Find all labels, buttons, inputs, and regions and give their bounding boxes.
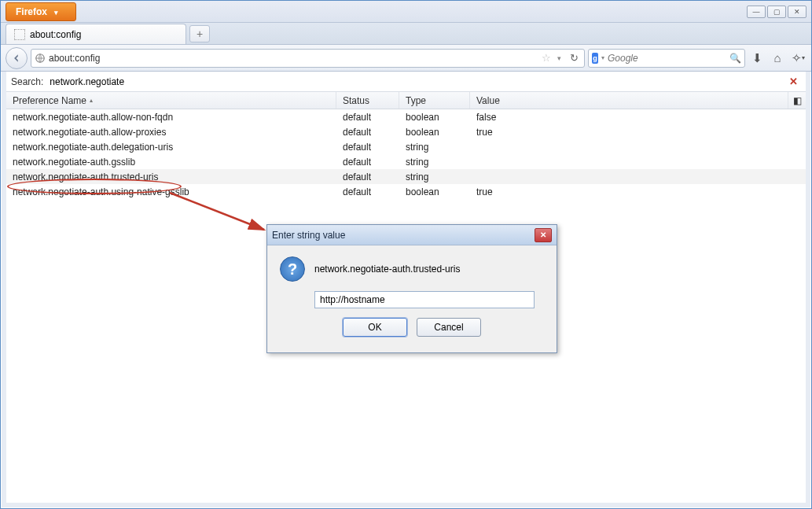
search-input[interactable] (608, 53, 726, 64)
table-row[interactable]: network.negotiate-auth.delegation-urisde… (6, 139, 806, 154)
sort-ascending-icon: ▴ (90, 97, 93, 104)
firefox-menu-label: Firefox (16, 6, 47, 17)
tab-title: about:config (30, 29, 81, 40)
column-header-name[interactable]: Preference Name▴ (6, 92, 336, 109)
enter-string-dialog: Enter string value ✕ ? network.negotiate… (266, 224, 557, 353)
cell-type: boolean (399, 109, 470, 124)
column-header-value[interactable]: Value (470, 92, 788, 109)
column-header-status[interactable]: Status (336, 92, 399, 109)
dialog-body: ? network.negotiate-auth.trusted-uris OK… (267, 245, 557, 352)
cell-pref-name: network.negotiate-auth.trusted-uris (6, 169, 336, 184)
table-row[interactable]: network.negotiate-auth.trusted-urisdefau… (6, 169, 806, 184)
tab-strip: about:config + (1, 23, 811, 45)
cell-pref-name: network.negotiate-auth.using-native-gssl… (6, 184, 336, 199)
new-tab-button[interactable]: + (189, 25, 210, 42)
cancel-button[interactable]: Cancel (417, 318, 481, 337)
config-table-body: network.negotiate-auth.allow-non-fqdndef… (6, 109, 806, 199)
url-bar[interactable]: about:config ☆ ▾ ↻ (31, 49, 585, 68)
search-box[interactable]: g ▾ 🔍 (588, 49, 745, 68)
bookmark-star-icon[interactable]: ☆ (542, 52, 551, 64)
window-controls: — ▢ ✕ (747, 6, 806, 18)
firefox-menu-button[interactable]: Firefox (6, 2, 76, 21)
cell-status: default (336, 109, 399, 124)
dialog-close-button[interactable]: ✕ (535, 228, 552, 242)
bookmarks-menu-icon[interactable]: ✧▾ (789, 50, 806, 67)
search-engine-icon[interactable]: g (592, 53, 598, 64)
cell-status: default (336, 154, 399, 169)
cell-pref-name: network.negotiate-auth.delegation-uris (6, 139, 336, 154)
browser-window: Firefox — ▢ ✕ about:config + about:confi… (0, 0, 812, 509)
cell-type: string (399, 154, 470, 169)
table-row[interactable]: network.negotiate-auth.gsslibdefaultstri… (6, 154, 806, 169)
dialog-pref-name: network.negotiate-auth.trusted-uris (314, 264, 460, 275)
ok-button[interactable]: OK (343, 318, 407, 337)
cell-pref-name: network.negotiate-auth.gsslib (6, 154, 336, 169)
table-row[interactable]: network.negotiate-auth.allow-non-fqdndef… (6, 109, 806, 124)
back-arrow-icon (11, 53, 22, 64)
url-text: about:config (49, 53, 538, 64)
cell-status: default (336, 169, 399, 184)
cell-status: default (336, 124, 399, 139)
column-picker-icon[interactable]: ◧ (788, 92, 806, 109)
minimize-button[interactable]: — (747, 6, 766, 18)
cell-type: string (399, 169, 470, 184)
config-table-header: Preference Name▴ Status Type Value ◧ (6, 92, 806, 109)
tab-about-config[interactable]: about:config (6, 24, 186, 44)
cell-value: true (470, 184, 806, 199)
clear-search-icon[interactable]: ✕ (786, 76, 801, 87)
cell-type: boolean (399, 184, 470, 199)
cell-value: true (470, 124, 806, 139)
close-window-button[interactable]: ✕ (788, 6, 806, 18)
search-engine-dropdown-icon[interactable]: ▾ (601, 54, 604, 61)
search-go-icon[interactable]: 🔍 (729, 53, 741, 64)
question-icon: ? (280, 256, 305, 282)
globe-icon (35, 53, 46, 64)
titlebar: Firefox — ▢ ✕ (1, 1, 811, 23)
nav-toolbar: about:config ☆ ▾ ↻ g ▾ 🔍 ⬇ ⌂ ✧▾ (1, 45, 811, 72)
cell-value (470, 169, 806, 184)
cell-type: boolean (399, 124, 470, 139)
cell-pref-name: network.negotiate-auth.allow-non-fqdn (6, 109, 336, 124)
table-row[interactable]: network.negotiate-auth.allow-proxiesdefa… (6, 124, 806, 139)
cell-status: default (336, 139, 399, 154)
cell-status: default (336, 184, 399, 199)
maximize-button[interactable]: ▢ (767, 6, 786, 18)
config-search-label: Search: (11, 76, 43, 87)
cell-pref-name: network.negotiate-auth.allow-proxies (6, 124, 336, 139)
dialog-title-text: Enter string value (272, 230, 345, 241)
table-row[interactable]: network.negotiate-auth.using-native-gssl… (6, 184, 806, 199)
url-dropdown-icon[interactable]: ▾ (554, 54, 564, 62)
reload-icon[interactable]: ↻ (568, 52, 581, 64)
cell-value (470, 139, 806, 154)
cell-type: string (399, 139, 470, 154)
dialog-string-input[interactable] (314, 291, 535, 308)
dialog-titlebar[interactable]: Enter string value ✕ (267, 225, 557, 245)
cell-value: false (470, 109, 806, 124)
config-search-input[interactable] (48, 75, 786, 89)
home-icon[interactable]: ⌂ (769, 50, 786, 67)
page-icon (14, 29, 25, 40)
cell-value (470, 154, 806, 169)
config-search-bar: Search: ✕ (6, 72, 806, 92)
column-header-type[interactable]: Type (399, 92, 470, 109)
back-button[interactable] (6, 47, 28, 69)
downloads-icon[interactable]: ⬇ (748, 50, 766, 67)
